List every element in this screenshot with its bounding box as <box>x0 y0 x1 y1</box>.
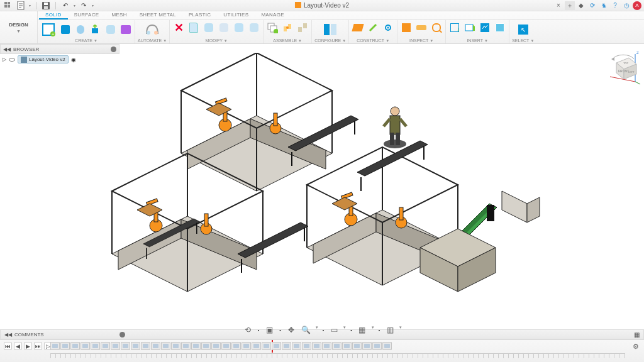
timeline-feature[interactable] <box>111 342 120 350</box>
timeline-feature[interactable] <box>141 342 150 350</box>
form-icon[interactable] <box>119 23 132 36</box>
panel-options-icon[interactable] <box>111 47 116 52</box>
timeline-feature[interactable] <box>292 342 301 350</box>
collapse-left-icon[interactable]: ◀◀ <box>4 332 12 337</box>
press-pull-icon[interactable] <box>187 21 200 34</box>
timeline-feature[interactable] <box>151 342 160 350</box>
fillet-icon[interactable] <box>203 21 215 34</box>
analysis-icon[interactable] <box>430 21 443 34</box>
timeline-feature[interactable] <box>242 342 251 350</box>
undo-icon[interactable]: ↶ <box>61 1 70 10</box>
timeline-feature[interactable] <box>91 342 100 350</box>
timeline-start-icon[interactable]: ⏮ <box>4 342 12 350</box>
timeline-feature[interactable] <box>362 342 372 350</box>
insert-decal-icon[interactable] <box>464 21 476 34</box>
iprops-icon[interactable] <box>400 21 413 34</box>
timeline-feature[interactable] <box>171 342 180 350</box>
timeline-feature[interactable] <box>262 342 271 350</box>
timeline-feature[interactable] <box>342 342 352 350</box>
tab-utilities[interactable]: UTILITIES <box>217 11 255 19</box>
timeline-feature[interactable] <box>161 342 170 350</box>
user-avatar[interactable]: A <box>633 1 641 10</box>
timeline-feature[interactable] <box>80 342 90 350</box>
timeline-feature[interactable] <box>50 342 60 350</box>
timeline-feature[interactable] <box>131 342 140 350</box>
look-at-icon[interactable]: ▣ <box>264 325 275 335</box>
timeline-feature[interactable] <box>272 342 281 350</box>
timeline-track[interactable] <box>50 342 625 350</box>
visibility-icon[interactable] <box>9 58 15 62</box>
zoom-icon[interactable]: 🔍 <box>301 325 312 335</box>
tab-plastic[interactable]: PLASTIC <box>182 11 217 19</box>
close-tab-icon[interactable]: × <box>553 1 564 10</box>
timeline-feature[interactable] <box>221 342 231 350</box>
as-built-joint-icon[interactable] <box>296 21 309 34</box>
timeline-feature[interactable] <box>121 342 130 350</box>
timeline-feature[interactable] <box>231 342 241 350</box>
timeline-end-icon[interactable]: ⏭ <box>34 342 42 350</box>
new-component-icon[interactable] <box>266 21 279 34</box>
timeline-feature[interactable] <box>302 342 311 350</box>
axis-icon[interactable] <box>367 21 379 34</box>
timeline-feature[interactable] <box>312 342 321 350</box>
grid-settings-icon[interactable]: ▦ <box>634 331 640 338</box>
delete-icon[interactable]: ✕ <box>172 21 185 34</box>
expand-icon[interactable]: ▷ <box>3 57 6 62</box>
workspace-switcher[interactable]: DESIGN ▼ <box>0 11 38 43</box>
viewport[interactable] <box>0 44 644 328</box>
extrude-icon[interactable] <box>89 23 102 36</box>
revolve-icon[interactable] <box>104 23 117 36</box>
timeline-feature[interactable] <box>332 342 341 350</box>
extensions-icon[interactable]: ◆ <box>576 1 586 10</box>
redo-icon[interactable]: ↷ <box>79 1 88 10</box>
tab-solid[interactable]: SOLID <box>39 11 68 19</box>
timeline-feature[interactable] <box>70 342 80 350</box>
cylinder-icon[interactable] <box>74 23 87 36</box>
save-icon[interactable] <box>42 1 50 10</box>
tab-mesh[interactable]: MESH <box>105 11 133 19</box>
comments-options-icon[interactable] <box>119 332 125 337</box>
timeline-feature[interactable] <box>60 342 70 350</box>
timeline-feature[interactable] <box>211 342 221 350</box>
file-menu-icon[interactable] <box>16 1 25 10</box>
timeline-feature[interactable] <box>101 342 110 350</box>
tab-sheet-metal[interactable]: SHEET METAL <box>133 11 182 19</box>
automate-icon[interactable] <box>144 21 160 38</box>
measure-icon[interactable] <box>415 21 428 34</box>
help-icon[interactable]: ? <box>610 1 620 10</box>
grid-snap-icon[interactable]: ▦ <box>357 325 368 335</box>
browser-header[interactable]: ◀◀ BROWSER <box>0 44 119 54</box>
timeline-feature[interactable] <box>252 342 261 350</box>
browser-root-row[interactable]: ▷ Layout-Video v2 ◉ <box>0 54 119 65</box>
insert-mesh-icon[interactable] <box>494 21 506 34</box>
timeline-fwd-icon[interactable]: ▶ <box>24 342 32 350</box>
new-sketch-icon[interactable]: + <box>40 21 57 38</box>
joint-icon[interactable] <box>281 21 294 34</box>
timeline-feature[interactable] <box>282 342 291 350</box>
timeline-feature[interactable] <box>181 342 191 350</box>
app-menu-icon[interactable] <box>4 1 13 10</box>
notifications-icon[interactable]: ♞ <box>599 1 609 10</box>
collapse-left-icon[interactable]: ◀◀ <box>3 47 11 52</box>
timeline-feature[interactable] <box>372 342 382 350</box>
viewcube[interactable]: Z FRONT TOP LEFT <box>606 50 634 78</box>
timeline-feature[interactable] <box>201 342 211 350</box>
timeline-feature[interactable] <box>322 342 331 350</box>
display-settings-icon[interactable]: ▭ <box>328 325 340 335</box>
insert-derive-icon[interactable] <box>448 21 461 34</box>
new-tab-icon[interactable]: ＋ <box>565 1 575 10</box>
tab-manage[interactable]: MANAGE <box>255 11 290 19</box>
box-icon[interactable] <box>59 23 72 36</box>
shell-icon[interactable] <box>218 21 230 34</box>
timeline-settings-icon[interactable]: ⚙ <box>633 343 639 351</box>
pan-icon[interactable]: ✥ <box>286 325 297 335</box>
job-status-icon[interactable]: ⟳ <box>587 1 597 10</box>
combine-icon[interactable] <box>233 21 245 34</box>
activate-icon[interactable]: ◉ <box>71 57 76 63</box>
timeline-feature[interactable] <box>382 342 392 350</box>
configure-icon[interactable] <box>322 21 338 38</box>
timeline-back-icon[interactable]: ◀ <box>14 342 22 350</box>
plane-icon[interactable] <box>352 21 364 34</box>
timeline-feature[interactable] <box>191 342 201 350</box>
timeline-feature[interactable] <box>352 342 362 350</box>
